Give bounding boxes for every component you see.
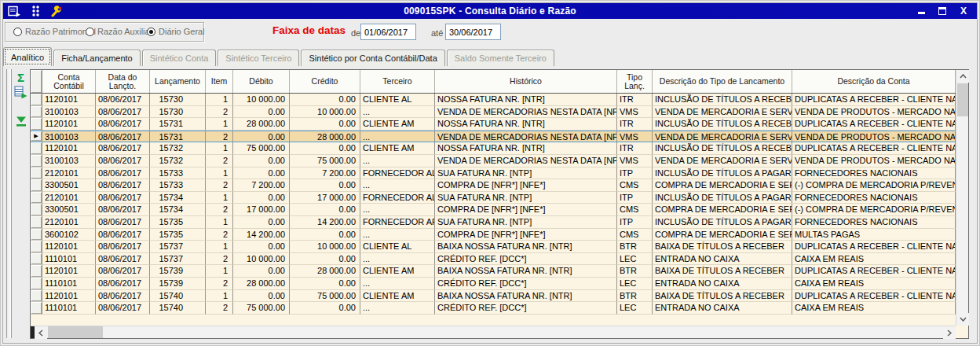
- cell-tipo-lanc[interactable]: LEC: [617, 278, 653, 290]
- cell-descricao-da-conta[interactable]: MULTAS PAGAS: [792, 229, 956, 241]
- cell-data-do-lancto[interactable]: 08/06/2017: [96, 229, 150, 241]
- cell-credito[interactable]: 0.00: [290, 229, 360, 241]
- cell-lancamento[interactable]: 15737: [150, 241, 206, 253]
- cell-debito[interactable]: 0.00: [233, 241, 290, 253]
- cell-descricao-da-conta[interactable]: FORNECEDORES NACIONAIS: [792, 216, 956, 229]
- cell-tipo-lanc[interactable]: VMS: [617, 131, 653, 142]
- cell-credito[interactable]: 0.00: [290, 94, 360, 106]
- cell-data-do-lancto[interactable]: 08/06/2017: [96, 265, 150, 278]
- cell-credito[interactable]: 75 000.00: [290, 290, 360, 303]
- cell-data-do-lancto[interactable]: 08/06/2017: [96, 241, 150, 253]
- cell-lancamento[interactable]: 15740: [150, 302, 206, 315]
- table-row[interactable]: 330050108/06/201715734217 000.000.00...C…: [31, 204, 956, 216]
- cell-debito[interactable]: 0.00: [233, 167, 290, 180]
- horizontal-scrollbar[interactable]: [31, 326, 956, 338]
- cell-tipo-lanc[interactable]: BTR: [617, 265, 653, 278]
- cell-credito[interactable]: 28 000.00: [290, 131, 360, 142]
- row-selector[interactable]: [31, 106, 42, 119]
- cell-item[interactable]: 2: [206, 229, 233, 241]
- cell-lancamento[interactable]: 15733: [150, 179, 206, 192]
- wrench-icon[interactable]: [49, 5, 64, 17]
- cell-debito[interactable]: 0.00: [233, 216, 290, 229]
- cell-debito[interactable]: 75 000.00: [233, 302, 290, 315]
- cell-descricao-do-tipo-de-lancamento[interactable]: ENTRADA NO CAIXA: [653, 302, 792, 315]
- cell-debito[interactable]: 17 000.00: [233, 204, 290, 216]
- cell-descricao-do-tipo-de-lancamento[interactable]: VENDA DE MERCADORIA E SERVIÇO: [653, 106, 792, 119]
- row-selector[interactable]: [31, 229, 42, 241]
- cell-historico[interactable]: SUA FATURA NR. [NTP]: [435, 167, 617, 180]
- cell-item[interactable]: 1: [206, 265, 233, 278]
- radio-razao-patrimonial[interactable]: Razão Patrimonial: [13, 27, 96, 36]
- cell-descricao-do-tipo-de-lancamento[interactable]: VENDA DE MERCADORIA E SERVIÇO: [653, 155, 792, 167]
- cell-item[interactable]: 1: [206, 167, 233, 180]
- table-row[interactable]: 330050108/06/20171573327 200.000.00...CO…: [31, 179, 956, 192]
- cell-terceiro[interactable]: FORNECEDOR AL: [360, 167, 435, 180]
- cell-item[interactable]: 2: [206, 179, 233, 192]
- cell-terceiro[interactable]: CLIENTE AM: [360, 265, 435, 278]
- date-from-input[interactable]: [360, 24, 416, 40]
- cell-conta-contabil[interactable]: 1120101: [42, 118, 96, 131]
- cell-descricao-da-conta[interactable]: CAIXA EM REAIS: [792, 278, 956, 290]
- table-row[interactable]: 360010208/06/201715735214 200.000.00...C…: [31, 229, 956, 241]
- cell-lancamento[interactable]: 15734: [150, 204, 206, 216]
- table-row[interactable]: 112010108/06/20171573910.0028 000.00CLIE…: [31, 265, 956, 278]
- cell-item[interactable]: 1: [206, 192, 233, 204]
- cell-descricao-do-tipo-de-lancamento[interactable]: INCLUSÃO DE TÍTULOS A PAGAR: [653, 192, 792, 204]
- row-selector[interactable]: [31, 118, 42, 131]
- cell-tipo-lanc[interactable]: VMS: [617, 155, 653, 167]
- cell-credito[interactable]: 0.00: [290, 179, 360, 192]
- row-selector[interactable]: [31, 302, 42, 315]
- cell-lancamento[interactable]: 15740: [150, 290, 206, 303]
- maximize-button[interactable]: [937, 6, 948, 17]
- cell-credito[interactable]: 10 000.00: [290, 106, 360, 119]
- cell-item[interactable]: 2: [206, 131, 233, 142]
- vertical-scrollbar[interactable]: [956, 70, 968, 326]
- cell-conta-contabil[interactable]: 1120101: [42, 94, 96, 106]
- close-button[interactable]: X: [958, 6, 969, 17]
- cell-terceiro[interactable]: ...: [360, 229, 435, 241]
- cell-tipo-lanc[interactable]: ITR: [617, 142, 653, 155]
- cell-credito[interactable]: 14 200.00: [290, 216, 360, 229]
- splitter-groove[interactable]: [6, 69, 9, 338]
- row-selector[interactable]: [31, 278, 42, 290]
- cell-historico[interactable]: BAIXA NOSSA FATURA NR. [NTR]: [435, 265, 617, 278]
- cell-data-do-lancto[interactable]: 08/06/2017: [96, 179, 150, 192]
- cell-terceiro[interactable]: CLIENTE AM: [360, 118, 435, 131]
- table-row[interactable]: 310010308/06/20171573020.0010 000.00...V…: [31, 106, 956, 119]
- cell-terceiro[interactable]: CLIENTE AL: [360, 94, 435, 106]
- radio-razao-auxiliar[interactable]: Razão Auxiliar: [86, 27, 152, 36]
- cell-lancamento[interactable]: 15731: [150, 118, 206, 131]
- cell-data-do-lancto[interactable]: 08/06/2017: [96, 167, 150, 180]
- row-selector[interactable]: [31, 142, 42, 155]
- cell-descricao-do-tipo-de-lancamento[interactable]: COMPRA DE MERCADORIA E SERVIÇO: [653, 204, 792, 216]
- cell-data-do-lancto[interactable]: 08/06/2017: [96, 290, 150, 303]
- row-selector[interactable]: [31, 167, 42, 180]
- cell-debito[interactable]: 0.00: [233, 131, 290, 142]
- cell-terceiro[interactable]: ...: [360, 204, 435, 216]
- cell-descricao-da-conta[interactable]: DUPLICATAS A RECEBER - CLIENTE NACIONAL: [792, 265, 956, 278]
- cell-data-do-lancto[interactable]: 08/06/2017: [96, 216, 150, 229]
- row-selector[interactable]: [31, 216, 42, 229]
- cell-debito[interactable]: 0.00: [233, 265, 290, 278]
- cell-item[interactable]: 2: [206, 253, 233, 266]
- cell-item[interactable]: 2: [206, 155, 233, 167]
- cell-descricao-da-conta[interactable]: VENDA DE PRODUTOS - MERCADO NACIONAL: [792, 106, 956, 119]
- cell-credito[interactable]: 0.00: [290, 142, 360, 155]
- table-row[interactable]: 111010108/06/201715739228 000.000.00...C…: [31, 278, 956, 290]
- cell-data-do-lancto[interactable]: 08/06/2017: [96, 142, 150, 155]
- cell-descricao-da-conta[interactable]: DUPLICATAS A RECEBER - CLIENTE NACIONAL: [792, 290, 956, 303]
- cell-descricao-da-conta[interactable]: VENDA DE PRODUTOS - MERCADO NACIONAL: [792, 155, 956, 167]
- cell-debito[interactable]: 7 200.00: [233, 179, 290, 192]
- cell-terceiro[interactable]: ...: [360, 131, 435, 142]
- cell-conta-contabil[interactable]: 1120101: [42, 265, 96, 278]
- table-row[interactable]: ▶310010308/06/20171573120.0028 000.00...…: [31, 131, 956, 143]
- scroll-left-icon[interactable]: [35, 326, 47, 339]
- row-selector[interactable]: [31, 253, 42, 266]
- cell-historico[interactable]: NOSSA FATURA NR. [NTR]: [435, 118, 617, 131]
- scroll-up-icon[interactable]: [956, 70, 969, 83]
- row-selector[interactable]: [31, 204, 42, 216]
- cell-conta-contabil[interactable]: 3300501: [42, 179, 96, 192]
- cell-item[interactable]: 1: [206, 241, 233, 253]
- cell-tipo-lanc[interactable]: ITP: [617, 192, 653, 204]
- cell-data-do-lancto[interactable]: 08/06/2017: [96, 204, 150, 216]
